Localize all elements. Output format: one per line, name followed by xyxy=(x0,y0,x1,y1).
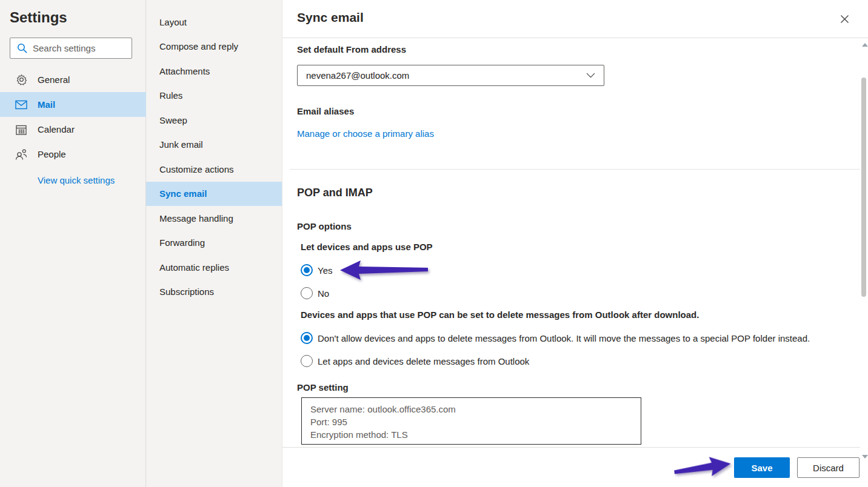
settings-title: Settings xyxy=(10,9,67,26)
category-attachments[interactable]: Attachments xyxy=(146,59,282,84)
sync-email-panel: Sync email Set default From address neve… xyxy=(282,0,868,487)
radio-label: Let apps and devices delete messages fro… xyxy=(318,356,529,366)
category-automatic-replies[interactable]: Automatic replies xyxy=(146,256,282,280)
sidebar-item-label: Calendar xyxy=(38,124,75,134)
search-settings-box[interactable] xyxy=(10,38,132,59)
radio-pop-no[interactable]: No xyxy=(301,287,329,299)
view-quick-settings-link[interactable]: View quick settings xyxy=(38,175,115,185)
people-icon xyxy=(15,148,27,161)
from-address-value: nevena267@outlook.com xyxy=(306,70,586,81)
radio-label: Yes xyxy=(318,265,332,276)
radio-allow-delete[interactable]: Let apps and devices delete messages fro… xyxy=(301,355,529,367)
scrollbar-up-arrow[interactable] xyxy=(862,43,868,47)
page-title: Sync email xyxy=(297,10,364,25)
pop-port: Port: 995 xyxy=(310,416,641,428)
radio-unselected-icon xyxy=(301,287,313,299)
pop-encryption: Encryption method: TLS xyxy=(310,428,641,441)
mail-categories-nav: Layout Compose and reply Attachments Rul… xyxy=(146,0,282,487)
category-sweep[interactable]: Sweep xyxy=(146,108,282,133)
category-rules[interactable]: Rules xyxy=(146,84,282,108)
scrollbar-thumb[interactable] xyxy=(861,78,866,297)
from-address-dropdown[interactable]: nevena267@outlook.com xyxy=(297,65,604,86)
pop-options-heading: POP options xyxy=(297,221,352,231)
radio-pop-yes[interactable]: Yes xyxy=(301,264,332,276)
sidebar-item-people[interactable]: People xyxy=(0,142,146,167)
category-sync-email[interactable]: Sync email xyxy=(146,182,282,206)
settings-sidebar: Settings General xyxy=(0,0,146,487)
sidebar-item-label: Mail xyxy=(38,99,55,110)
email-aliases-heading: Email aliases xyxy=(297,106,354,116)
sidebar-item-calendar[interactable]: Calendar xyxy=(0,117,146,142)
search-input[interactable] xyxy=(33,43,124,53)
category-compose-and-reply[interactable]: Compose and reply xyxy=(146,35,282,59)
chevron-down-icon xyxy=(586,73,595,78)
search-icon xyxy=(17,43,27,53)
discard-button[interactable]: Discard xyxy=(797,457,860,478)
pop-imap-heading: POP and IMAP xyxy=(297,187,373,199)
pop-delete-label: Devices and apps that use POP can be set… xyxy=(301,310,699,320)
radio-selected-icon xyxy=(301,332,313,344)
sidebar-item-general[interactable]: General xyxy=(0,67,146,92)
close-icon[interactable] xyxy=(838,12,851,25)
pop-setting-heading: POP setting xyxy=(297,382,349,393)
outlook-settings-window: Settings General xyxy=(0,0,868,487)
sidebar-item-mail[interactable]: Mail xyxy=(0,92,146,117)
scrollbar-down-arrow[interactable] xyxy=(862,455,868,459)
category-message-handling[interactable]: Message handling xyxy=(146,207,282,231)
gear-icon xyxy=(15,74,27,86)
use-pop-label: Let devices and apps use POP xyxy=(301,242,433,252)
pop-setting-box: Server name: outlook.office365.com Port:… xyxy=(301,397,641,445)
radio-label: Don't allow devices and apps to delete m… xyxy=(318,333,810,343)
sidebar-item-label: People xyxy=(38,149,66,159)
mail-icon xyxy=(15,99,27,111)
annotation-arrow-left xyxy=(340,260,428,282)
category-customize-actions[interactable]: Customize actions xyxy=(146,157,282,182)
category-forwarding[interactable]: Forwarding xyxy=(146,231,282,255)
radio-dont-allow-delete[interactable]: Don't allow devices and apps to delete m… xyxy=(301,332,810,344)
header-divider xyxy=(282,38,868,38)
category-subscriptions[interactable]: Subscriptions xyxy=(146,280,282,304)
sidebar-item-label: General xyxy=(38,75,70,85)
radio-selected-icon xyxy=(301,264,313,276)
radio-unselected-icon xyxy=(301,355,313,367)
pop-server-name: Server name: outlook.office365.com xyxy=(310,403,641,416)
category-junk-email[interactable]: Junk email xyxy=(146,133,282,157)
save-button[interactable]: Save xyxy=(734,457,790,478)
section-divider xyxy=(290,169,860,170)
radio-label: No xyxy=(318,288,329,299)
category-layout[interactable]: Layout xyxy=(146,10,282,35)
manage-alias-link[interactable]: Manage or choose a primary alias xyxy=(297,128,434,139)
from-address-heading: Set default From address xyxy=(297,44,406,55)
calendar-icon xyxy=(15,124,27,136)
